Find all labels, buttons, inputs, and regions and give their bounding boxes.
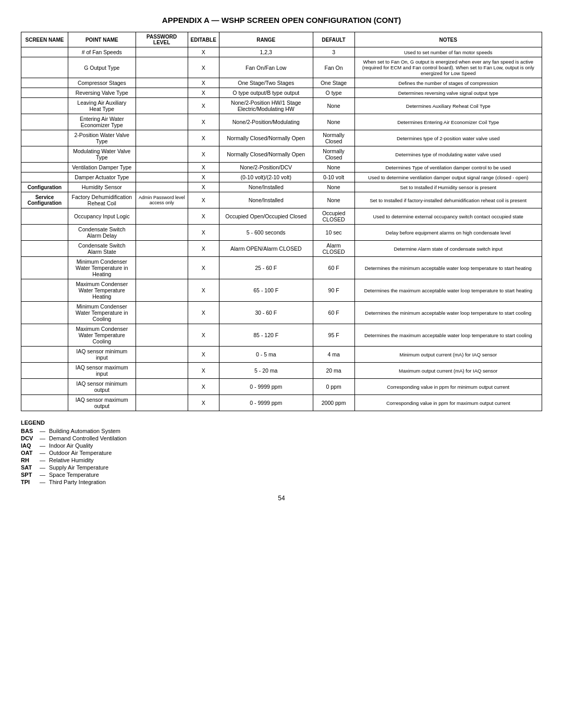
point-name-cell: Minimum Condenser Water Temperature in H…	[68, 257, 136, 279]
notes-cell: Used to set number of fan motor speeds	[354, 47, 542, 57]
legend-description: Third Party Integration	[49, 479, 106, 485]
notes-cell: Used to determine external occupancy swi…	[354, 208, 542, 225]
editable-cell: X	[188, 78, 219, 88]
legend-key: RH	[21, 457, 40, 463]
range-cell: Alarm OPEN/Alarm CLOSED	[219, 241, 313, 257]
legend-dash: —	[40, 435, 49, 441]
password-cell	[136, 130, 188, 146]
default-cell: Alarm CLOSED	[313, 241, 354, 257]
default-cell: 0-10 volt	[313, 172, 354, 182]
legend-key: BAS	[21, 428, 40, 434]
screen-name-cell	[21, 114, 68, 130]
notes-cell: Determine Alarm state of condensate swit…	[354, 241, 542, 257]
point-name-cell: IAQ sensor maximum input	[68, 363, 136, 379]
page-title: APPENDIX A — WSHP SCREEN OPEN CONFIGURAT…	[21, 16, 542, 24]
default-cell: One Stage	[313, 78, 354, 88]
editable-cell: X	[188, 182, 219, 192]
screen-name-cell	[21, 395, 68, 411]
editable-cell: X	[188, 363, 219, 379]
col-header-notes: NOTES	[354, 32, 542, 47]
screen-name-cell	[21, 47, 68, 57]
password-cell	[136, 114, 188, 130]
point-name-cell: Condensate Switch Alarm State	[68, 241, 136, 257]
point-name-cell: IAQ sensor maximum output	[68, 395, 136, 411]
notes-cell: Determines type of modulating water valv…	[354, 146, 542, 163]
default-cell: None	[313, 114, 354, 130]
screen-name-cell	[21, 302, 68, 324]
editable-cell: X	[188, 347, 219, 363]
notes-cell: Set to Installed if Humidity sensor is p…	[354, 182, 542, 192]
config-table: SCREEN NAME POINT NAME PASSWORDLEVEL EDI…	[21, 32, 542, 411]
default-cell: 4 ma	[313, 347, 354, 363]
screen-name-cell	[21, 379, 68, 395]
legend-dash: —	[40, 442, 49, 449]
legend-description: Supply Air Temperature	[49, 464, 108, 471]
editable-cell: X	[188, 57, 219, 78]
editable-cell: X	[188, 395, 219, 411]
col-header-point-name: POINT NAME	[68, 32, 136, 47]
notes-cell: Determines Entering Air Economizer Coil …	[354, 114, 542, 130]
screen-name-cell	[21, 257, 68, 279]
range-cell: 0 - 9999 ppm	[219, 379, 313, 395]
password-cell	[136, 172, 188, 182]
notes-cell: Determines Auxiliary Reheat Coil Type	[354, 98, 542, 114]
password-cell	[136, 257, 188, 279]
password-cell: Admin Password level access only	[136, 192, 188, 208]
range-cell: 0 - 5 ma	[219, 347, 313, 363]
editable-cell: X	[188, 225, 219, 241]
range-cell: 5 - 600 seconds	[219, 225, 313, 241]
legend-item: DCV — Demand Controlled Ventilation	[21, 435, 542, 441]
legend-item: SPT — Space Temperature	[21, 472, 542, 478]
range-cell: One Stage/Two Stages	[219, 78, 313, 88]
point-name-cell: IAQ sensor minimum output	[68, 379, 136, 395]
notes-cell: Maximum output current (mA) for IAQ sens…	[354, 363, 542, 379]
default-cell: Normally Closed	[313, 146, 354, 163]
legend-section: LEGEND BAS — Building Automation SystemD…	[21, 419, 542, 485]
screen-name-cell	[21, 163, 68, 172]
editable-cell: X	[188, 208, 219, 225]
password-cell	[136, 347, 188, 363]
range-cell: None/2-Position/Modulating	[219, 114, 313, 130]
point-name-cell: Factory Dehumidification Reheat Coil	[68, 192, 136, 208]
notes-cell: Determines Type of ventilation damper co…	[354, 163, 542, 172]
screen-name-cell	[21, 88, 68, 98]
legend-item: SAT — Supply Air Temperature	[21, 464, 542, 471]
point-name-cell: Occupancy Input Logic	[68, 208, 136, 225]
password-cell	[136, 182, 188, 192]
editable-cell: X	[188, 241, 219, 257]
editable-cell: X	[188, 192, 219, 208]
notes-cell: Set to Installed if factory-installed de…	[354, 192, 542, 208]
point-name-cell: Maximum Condenser Water Temperature Heat…	[68, 279, 136, 302]
screen-name-cell	[21, 347, 68, 363]
col-header-range: RANGE	[219, 32, 313, 47]
col-header-editable: EDITABLE	[188, 32, 219, 47]
screen-name-cell	[21, 57, 68, 78]
notes-cell: Corresponding value in ppm for maximum o…	[354, 395, 542, 411]
screen-name-cell	[21, 241, 68, 257]
legend-key: IAQ	[21, 442, 40, 449]
range-cell: 5 - 20 ma	[219, 363, 313, 379]
screen-name-cell	[21, 98, 68, 114]
legend-item: TPI — Third Party Integration	[21, 479, 542, 485]
range-cell: Normally Closed/Normally Open	[219, 146, 313, 163]
point-name-cell: Ventilation Damper Type	[68, 163, 136, 172]
notes-cell: Determines the maximum acceptable water …	[354, 324, 542, 347]
point-name-cell: # of Fan Speeds	[68, 47, 136, 57]
range-cell: None/2-Position HW/1 Stage Electric/Modu…	[219, 98, 313, 114]
range-cell: 25 - 60 F	[219, 257, 313, 279]
point-name-cell: Modulating Water Valve Type	[68, 146, 136, 163]
notes-cell: Corresponding value in ppm for minimum o…	[354, 379, 542, 395]
legend-key: DCV	[21, 435, 40, 441]
default-cell: O type	[313, 88, 354, 98]
default-cell: 95 F	[313, 324, 354, 347]
screen-name-cell	[21, 146, 68, 163]
password-cell	[136, 47, 188, 57]
editable-cell: X	[188, 146, 219, 163]
legend-dash: —	[40, 472, 49, 478]
editable-cell: X	[188, 172, 219, 182]
password-cell	[136, 98, 188, 114]
notes-cell: Defines the number of stages of compress…	[354, 78, 542, 88]
password-cell	[136, 302, 188, 324]
password-cell	[136, 363, 188, 379]
editable-cell: X	[188, 130, 219, 146]
